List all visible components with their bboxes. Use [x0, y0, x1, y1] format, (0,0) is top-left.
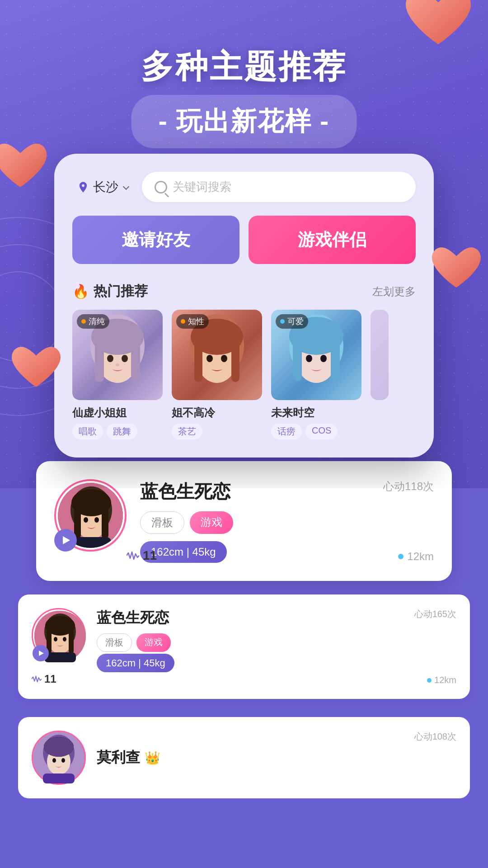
svg-point-31 [84, 517, 88, 523]
waveform-icon [127, 551, 139, 560]
profile-tag-pill-3-0: 话痨 [271, 424, 302, 439]
second-avatar-wrapper [32, 608, 86, 662]
search-placeholder-text: 关键词搜索 [173, 179, 231, 195]
svg-point-41 [63, 637, 66, 642]
featured-user-tags: 滑板 游戏 [140, 511, 434, 534]
search-icon [155, 181, 167, 193]
svg-point-23 [306, 355, 312, 362]
svg-point-32 [94, 517, 99, 523]
second-tag-0: 滑板 [97, 633, 132, 652]
profile-name-2: 姐不高冷 [172, 406, 262, 420]
featured-tag-1: 游戏 [190, 511, 233, 534]
second-distance-dot [427, 678, 432, 683]
featured-distance-badge: 12km [398, 550, 434, 563]
tag-dot-2 [181, 319, 185, 324]
second-stats-row: 162cm | 45kg [97, 657, 456, 669]
main-title: 多种主题推荐 [0, 45, 488, 89]
invite-friends-button[interactable]: 邀请好友 [72, 216, 239, 264]
hot-section-title: 热门推荐 [94, 282, 148, 301]
second-user-card: 心动165次 [18, 594, 470, 699]
profile-tags-2: 茶艺 [172, 424, 262, 439]
action-buttons-row: 邀请好友 游戏伴侣 [72, 216, 416, 264]
featured-avatar-container [54, 479, 127, 552]
profile-card-1[interactable]: 清纯 仙虚小姐姐 唱歌 跳舞 [72, 310, 163, 439]
svg-point-48 [52, 758, 56, 763]
heart-bottom-left [9, 344, 63, 393]
tag-text-3: 可爱 [287, 316, 304, 327]
svg-rect-30 [102, 507, 108, 539]
featured-waveform-area: 11 [127, 548, 157, 563]
hot-section-header: 🔥 热门推荐 左划更多 [72, 282, 416, 301]
bottom-section: 心动118次 [0, 461, 488, 816]
profile-image-2: 知性 [172, 310, 262, 400]
location-button[interactable]: 长沙 [72, 174, 133, 200]
top-hero-section: 多种主题推荐 - 玩出新花样 - 长沙 关键词搜索 邀请好友 游戏伴侣 [0, 0, 488, 488]
crown-icon: 👑 [145, 750, 160, 765]
second-card-wrapper: 心动165次 [0, 594, 488, 717]
featured-user-card-header: 11 蓝色生死恋 滑板 游戏 162cm | 45kg [54, 479, 434, 563]
search-area: 长沙 关键词搜索 [72, 172, 416, 202]
second-card-header: 蓝色生死恋 滑板 游戏 162cm | 45kg [32, 608, 456, 669]
game-partner-button[interactable]: 游戏伴侣 [249, 216, 416, 264]
profile-tag-2: 知性 [176, 314, 209, 329]
profile-card-2[interactable]: 知性 姐不高冷 茶艺 [172, 310, 262, 439]
heart-mid-right [429, 244, 483, 294]
profile-tags-1: 唱歌 跳舞 [72, 424, 163, 439]
play-icon [63, 536, 70, 544]
second-height-weight: 162cm | 45kg [97, 654, 174, 672]
tag-dot-3 [280, 319, 285, 324]
svg-point-7 [122, 355, 128, 362]
second-distance-badge: 12km [427, 675, 456, 685]
profile-name-3: 未来时空 [271, 406, 361, 420]
profiles-row: 清纯 仙虚小姐姐 唱歌 跳舞 [72, 310, 416, 439]
featured-tag-0: 滑板 [140, 511, 184, 534]
tag-text-1: 清纯 [89, 316, 105, 327]
second-waveform-icon [32, 675, 42, 683]
profile-tag-3: 可爱 [276, 314, 308, 329]
svg-rect-22 [331, 340, 340, 381]
featured-play-button[interactable] [54, 529, 77, 552]
svg-rect-14 [231, 341, 239, 382]
hot-section-more: 左划更多 [372, 284, 416, 299]
svg-point-16 [221, 355, 227, 362]
svg-point-8 [116, 363, 119, 366]
third-user-card: 心动108次 莫利查 👑 [18, 717, 470, 798]
second-waveform-row: 11 [32, 673, 456, 685]
svg-point-24 [320, 355, 327, 362]
profile-image-4-partial [371, 310, 389, 400]
svg-rect-42 [44, 652, 76, 662]
second-user-tags: 滑板 游戏 [97, 633, 456, 652]
profile-tag-pill-1-0: 唱歌 [72, 424, 103, 439]
profile-image-1: 清纯 [72, 310, 163, 400]
third-card-wrapper: 心动108次 莫利查 👑 [0, 717, 488, 816]
svg-rect-39 [69, 629, 74, 654]
second-waveform-count: 11 [44, 673, 56, 685]
profile-image-3: 可爱 [271, 310, 361, 400]
third-user-name: 莫利查 👑 [97, 748, 456, 768]
profile-name-1: 仙虚小姐姐 [72, 406, 163, 420]
profile-tags-3: 话痨 COS [271, 424, 361, 439]
svg-rect-13 [194, 341, 202, 382]
sub-title: - 玩出新花样 - [159, 104, 330, 139]
profile-photo-4-partial [371, 310, 389, 400]
second-heart-count: 心动165次 [414, 608, 456, 620]
third-avatar-svg [33, 732, 84, 783]
profile-card-4-partial [371, 310, 389, 439]
profile-tag-pill-3-1: COS [305, 424, 338, 439]
second-play-button[interactable] [33, 645, 49, 661]
second-play-icon [39, 651, 44, 656]
search-box[interactable]: 关键词搜索 [142, 172, 416, 202]
heart-top-left [0, 140, 50, 194]
svg-rect-33 [71, 537, 111, 548]
featured-user-card: 心动118次 [36, 461, 452, 581]
profile-card-3[interactable]: 可爱 未来时空 话痨 COS [271, 310, 361, 439]
svg-rect-5 [131, 341, 140, 382]
svg-point-47 [44, 737, 74, 757]
second-user-name: 蓝色生死恋 [97, 608, 456, 628]
heart-count-badge: 心动118次 [383, 479, 434, 494]
phone-mockup-card: 长沙 关键词搜索 邀请好友 游戏伴侣 🔥 热门推荐 左划更多 [54, 154, 434, 458]
svg-rect-50 [43, 774, 75, 783]
svg-point-15 [206, 355, 213, 362]
tag-dot-1 [81, 319, 86, 324]
svg-rect-4 [95, 341, 104, 382]
